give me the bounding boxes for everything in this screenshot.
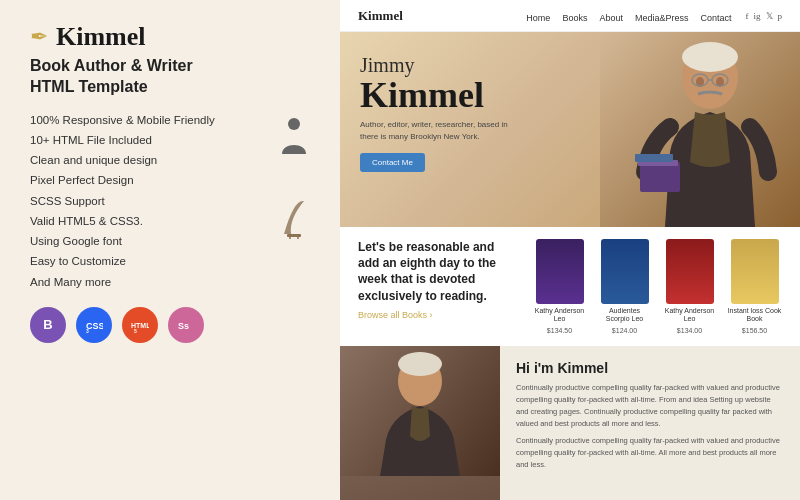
nav-link-contact[interactable]: Contact <box>700 13 731 23</box>
svg-text:Ss: Ss <box>178 321 189 331</box>
book-item[interactable]: Kathy Anderson Leo$134.50 <box>532 239 587 334</box>
about-title: Hi i'm Kimmel <box>516 360 784 376</box>
about-text: Hi i'm Kimmel Continually productive com… <box>500 346 800 500</box>
svg-text:5: 5 <box>134 328 137 334</box>
svg-text:3: 3 <box>86 328 89 334</box>
browse-books-link[interactable]: Browse all Books › <box>358 310 516 320</box>
book-title: Kathy Anderson Leo <box>662 307 717 324</box>
instagram-icon[interactable]: ig <box>753 11 760 21</box>
book-price: $134.50 <box>547 327 572 334</box>
nav-link-books[interactable]: Books <box>562 13 587 23</box>
writer-icon <box>278 116 310 163</box>
svg-rect-1 <box>287 234 301 237</box>
brand-name: Kimmel <box>56 22 146 52</box>
bottom-section: Hi i'm Kimmel Continually productive com… <box>340 346 800 500</box>
quill-icon: ✒ <box>30 24 48 50</box>
hero-section: Jimmy Kimmel Author, editor, writer, res… <box>340 32 800 227</box>
bootstrap-badge: B <box>30 307 66 343</box>
hero-name-first: Jimmy <box>360 54 780 77</box>
svg-point-0 <box>288 118 300 130</box>
nav-link-about[interactable]: About <box>599 13 623 23</box>
book-item[interactable]: Instant loss Cook Book$156.50 <box>727 239 782 334</box>
twitter-icon[interactable]: 𝕏 <box>766 11 773 21</box>
hero-description: Author, editor, writer, researcher, base… <box>360 119 540 143</box>
right-panel: Kimmel HomeBooksAboutMedia&PressContact … <box>340 0 800 500</box>
nav-link-media&press[interactable]: Media&Press <box>635 13 689 23</box>
feature-item: Pixel Perfect Design <box>30 172 268 189</box>
book-price: $156.50 <box>742 327 767 334</box>
tech-badges: B CSS3 HTML5 Ss <box>30 307 310 343</box>
about-paragraph-2: Continually productive compelling qualit… <box>516 435 784 471</box>
nav-link-home[interactable]: Home <box>526 13 550 23</box>
pinterest-icon[interactable]: p <box>778 11 783 21</box>
features-section: 100% Responsive & Mobile Friendly10+ HTM… <box>30 112 310 291</box>
book-title: Audientes Scorpio Leo <box>597 307 652 324</box>
left-panel: ✒ Kimmel Book Author & Writer HTML Templ… <box>0 0 340 500</box>
books-quote: Let's be reasonable and add an eighth da… <box>358 239 516 304</box>
hero-text: Jimmy Kimmel Author, editor, writer, res… <box>360 54 780 172</box>
book-price: $124.00 <box>612 327 637 334</box>
book-item[interactable]: Audientes Scorpio Leo$124.00 <box>597 239 652 334</box>
book-title: Instant loss Cook Book <box>727 307 782 324</box>
nav-brand: Kimmel <box>358 8 403 24</box>
css3-badge: CSS3 <box>76 307 112 343</box>
feature-item: Using Google font <box>30 233 268 250</box>
facebook-icon[interactable]: f <box>745 11 748 21</box>
hero-name-last: Kimmel <box>360 77 780 113</box>
nav-links: HomeBooksAboutMedia&PressContact <box>526 7 731 25</box>
feature-item: Clean and unique design <box>30 152 268 169</box>
book-price: $134.00 <box>677 327 702 334</box>
feature-item: 10+ HTML File Included <box>30 132 268 149</box>
brand-row: ✒ Kimmel <box>30 22 310 52</box>
author-photo <box>340 346 500 500</box>
contact-button[interactable]: Contact Me <box>360 153 425 172</box>
html5-badge: HTML5 <box>122 307 158 343</box>
sass-badge: Ss <box>168 307 204 343</box>
quill-stand-icon <box>279 199 309 243</box>
feature-item: Easy to Customize <box>30 253 268 270</box>
about-paragraph-1: Continually productive compelling qualit… <box>516 382 784 430</box>
feature-item: Valid HTML5 & CSS3. <box>30 213 268 230</box>
feature-item: SCSS Support <box>30 193 268 210</box>
features-list: 100% Responsive & Mobile Friendly10+ HTM… <box>30 112 268 291</box>
books-section: Let's be reasonable and add an eighth da… <box>340 227 800 346</box>
feature-item: 100% Responsive & Mobile Friendly <box>30 112 268 129</box>
feature-item: And Many more <box>30 274 268 291</box>
tagline: Book Author & Writer HTML Template <box>30 56 310 98</box>
svg-point-24 <box>398 352 442 376</box>
book-title: Kathy Anderson Leo <box>532 307 587 324</box>
nav-social: f ig 𝕏 p <box>745 11 782 21</box>
book-item[interactable]: Kathy Anderson Leo$134.00 <box>662 239 717 334</box>
books-text: Let's be reasonable and add an eighth da… <box>358 239 516 334</box>
navbar: Kimmel HomeBooksAboutMedia&PressContact … <box>340 0 800 32</box>
books-grid: Kathy Anderson Leo$134.50Audientes Scorp… <box>532 239 782 334</box>
